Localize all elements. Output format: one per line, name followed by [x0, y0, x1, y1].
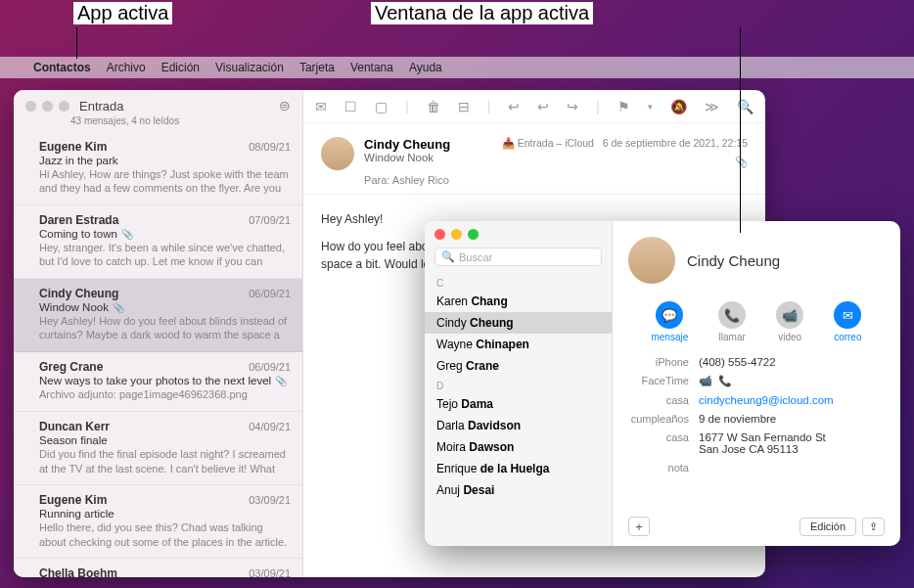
compose-icon[interactable]: ☐: [344, 99, 357, 114]
share-icon[interactable]: ⇪: [862, 518, 885, 536]
message-item[interactable]: Cindy Cheung06/09/21 Window Nook📎 Hey As…: [14, 279, 302, 352]
mail-toolbar: ✉ ☐ ▢ | 🗑 ⊟ | ↩ ↩ ↪ | ⚑ ▾ 🔕 ≫ 🔍: [303, 90, 765, 123]
address-label: casa: [628, 431, 699, 455]
birthday-label: cumpleaños: [628, 413, 699, 425]
message-item[interactable]: Duncan Kerr04/09/21 Season finale Did yo…: [14, 412, 302, 485]
message-from: Cindy Cheung: [364, 137, 450, 152]
delete-icon[interactable]: ✉: [315, 99, 327, 114]
contacts-window: 🔍 Buscar CKaren ChangCindy CheungWayne C…: [425, 221, 900, 546]
edit-button[interactable]: Edición: [800, 518, 856, 536]
callout-active-app: App activa: [73, 2, 172, 24]
phone-value[interactable]: (408) 555-4722: [699, 356, 885, 368]
menu-edicion[interactable]: Edición: [154, 61, 207, 74]
contact-list[interactable]: CKaren ChangCindy CheungWayne ChinapenGr…: [425, 274, 612, 546]
archive-icon[interactable]: ▢: [375, 99, 388, 114]
email-value[interactable]: cindycheung9@icloud.com: [699, 394, 885, 406]
contact-item[interactable]: Anuj Desai: [425, 479, 612, 501]
contact-item[interactable]: Tejo Dama: [425, 393, 612, 415]
search-placeholder: Buscar: [459, 251, 492, 263]
contact-item[interactable]: Karen Chang: [425, 291, 612, 312]
video-icon[interactable]: 📹: [699, 375, 712, 386]
mail-message-list: Entrada ⊜ 43 mensajes, 4 no leídos Eugen…: [14, 90, 303, 577]
section-header: D: [425, 377, 612, 393]
traffic-zoom[interactable]: [468, 229, 479, 240]
junk-icon[interactable]: ⊟: [458, 99, 470, 114]
trash-icon[interactable]: 🗑: [427, 99, 440, 114]
menu-ayuda[interactable]: Ayuda: [401, 61, 450, 74]
attachment-icon[interactable]: 📎: [502, 156, 748, 168]
reply-all-icon[interactable]: ↩: [537, 99, 549, 114]
search-icon: 🔍: [441, 250, 455, 263]
action-video[interactable]: 📹 video: [776, 301, 803, 342]
menu-ventana[interactable]: Ventana: [343, 61, 401, 74]
callout-line: [740, 27, 741, 233]
address-value[interactable]: 1677 W San Fernando StSan Jose CA 95113: [699, 431, 885, 455]
action-mail[interactable]: ✉ correo: [834, 301, 861, 342]
menu-archivo[interactable]: Archivo: [99, 61, 154, 74]
birthday-value: 9 de noviembre: [699, 413, 885, 425]
message-subject: Window Nook: [364, 152, 450, 163]
contact-item[interactable]: Enrique de la Huelga: [425, 458, 612, 479]
message-item[interactable]: Daren Estrada07/09/21 Coming to town📎 He…: [14, 205, 302, 279]
video-icon: 📹: [776, 301, 803, 329]
note-value[interactable]: [699, 462, 885, 474]
menu-visualizacion[interactable]: Visualización: [207, 61, 292, 74]
mute-icon[interactable]: 🔕: [670, 99, 687, 114]
inbox-title: Entrada: [79, 99, 279, 113]
traffic-close[interactable]: [434, 229, 445, 240]
more-icon[interactable]: ≫: [705, 99, 719, 114]
phone-label: iPhone: [628, 356, 699, 368]
flag-icon[interactable]: ⚑: [617, 99, 630, 114]
sender-avatar: [321, 137, 354, 170]
traffic-lights[interactable]: [434, 229, 602, 240]
contact-name: Cindy Cheung: [687, 252, 780, 269]
contact-item[interactable]: Cindy Cheung: [425, 312, 612, 334]
mail-icon: ✉: [834, 301, 861, 329]
search-input[interactable]: 🔍 Buscar: [434, 248, 602, 266]
contact-item[interactable]: Darla Davidson: [425, 415, 612, 436]
contact-avatar: [628, 237, 675, 284]
contact-item[interactable]: Wayne Chinapen: [425, 334, 612, 355]
traffic-close[interactable]: [25, 101, 36, 112]
mail-sidebar-header: Entrada ⊜: [14, 90, 302, 117]
message-item[interactable]: Eugene Kim03/09/21 Running article Hello…: [14, 485, 302, 559]
message-item[interactable]: Chella Boehm03/09/21 Thank you Everythin…: [14, 559, 302, 577]
reply-icon[interactable]: ↩: [508, 99, 520, 114]
phone-icon[interactable]: 📞: [718, 375, 732, 386]
message-icon: 💬: [656, 301, 683, 329]
traffic-lights-inactive[interactable]: [25, 101, 69, 112]
traffic-minimize[interactable]: [42, 101, 53, 112]
note-label: nota: [628, 462, 699, 474]
menu-bar: Contactos Archivo Edición Visualización …: [0, 57, 914, 78]
action-message[interactable]: 💬 mensaje: [651, 301, 688, 342]
contact-item[interactable]: Moira Dawson: [425, 436, 612, 458]
message-item[interactable]: Greg Crane06/09/21 New ways to take your…: [14, 352, 302, 412]
filter-icon[interactable]: ⊜: [279, 98, 291, 113]
forward-icon[interactable]: ↪: [567, 99, 578, 114]
traffic-zoom[interactable]: [59, 101, 69, 112]
facetime-buttons[interactable]: 📹📞: [699, 375, 885, 387]
callout-line: [76, 27, 77, 59]
add-button[interactable]: +: [628, 517, 650, 536]
contacts-sidebar: 🔍 Buscar CKaren ChangCindy CheungWayne C…: [425, 221, 613, 546]
message-to: Para: Ashley Rico: [364, 174, 748, 186]
contact-detail: Cindy Cheung 💬 mensaje 📞 llamar 📹 video …: [613, 221, 900, 546]
chevron-down-icon[interactable]: ▾: [648, 102, 653, 112]
message-list[interactable]: Eugene Kim08/09/21 Jazz in the park Hi A…: [14, 132, 302, 577]
callout-active-window: Ventana de la app activa: [371, 2, 593, 24]
email-label: casa: [628, 394, 699, 406]
menu-tarjeta[interactable]: Tarjeta: [292, 61, 343, 74]
menu-app-name[interactable]: Contactos: [25, 61, 99, 74]
contact-item[interactable]: Greg Crane: [425, 355, 612, 377]
facetime-label: FaceTime: [628, 375, 699, 387]
message-header: Cindy Cheung Window Nook 📥 Entrada – iCl…: [303, 123, 765, 195]
action-call[interactable]: 📞 llamar: [718, 301, 746, 342]
message-folder: 📥 Entrada – iCloud 6 de septiembre de 20…: [502, 137, 748, 150]
section-header: C: [425, 274, 612, 291]
inbox-subtitle: 43 mensajes, 4 no leídos: [70, 115, 302, 126]
message-item[interactable]: Eugene Kim08/09/21 Jazz in the park Hi A…: [14, 132, 302, 205]
traffic-minimize[interactable]: [451, 229, 462, 240]
phone-icon: 📞: [718, 301, 746, 329]
